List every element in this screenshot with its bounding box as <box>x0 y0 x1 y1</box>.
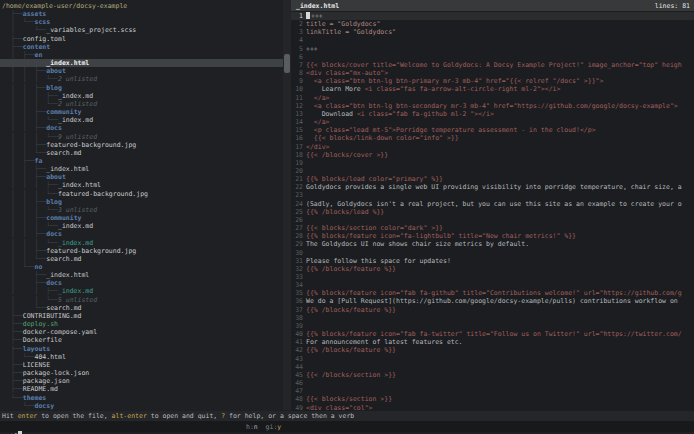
tree-row[interactable]: │ │ │ └──3 unlisted <box>11 206 283 214</box>
tree-row[interactable]: │ └──no <box>11 263 283 271</box>
command-input-value[interactable]: :e <box>10 431 18 434</box>
tree-row[interactable]: │ │ │ └──featured-background.jpg <box>11 190 283 198</box>
line-content <box>303 281 694 289</box>
tree-row[interactable]: │ └──_variables_project.scss <box>11 26 283 34</box>
preview-line: 5+++ <box>291 45 694 53</box>
tree-row[interactable]: │ │ │ └──_index.md <box>11 239 283 247</box>
tree-dir-label: docs <box>46 230 62 238</box>
tree-row[interactable]: │ │ ├──featured-background.jpg <box>11 141 283 149</box>
tree-dir-label: no <box>34 263 42 271</box>
tree-branch-lines: │ │ ├── <box>11 230 46 238</box>
line-content: (Sadly, Goldydocs isn't a real project, … <box>303 200 694 208</box>
tree-branch-lines: │ │ ├── <box>11 287 58 295</box>
tree-row[interactable]: │ │ │ └──2 unlisted <box>11 100 283 108</box>
preview-line: 12 <a class="btn btn-lg btn-secondary mr… <box>291 102 694 110</box>
line-content: {{% blocks/feature icon="fa-lightbulb" t… <box>303 232 694 240</box>
tree-row[interactable]: ├──content <box>11 43 283 51</box>
line-number: 16 <box>291 134 303 142</box>
command-input-bar[interactable]: :e h:n gi:y <box>0 421 694 432</box>
tree-row[interactable]: │ │ │ ├──_index.html <box>11 181 283 189</box>
line-number: 32 <box>291 265 303 273</box>
tree-row[interactable]: ├──layouts <box>11 345 283 353</box>
tree-row[interactable]: │ └──search.md <box>11 304 283 312</box>
tree-file-label: 404.html <box>34 353 65 361</box>
tree-row[interactable]: ├──CONTRIBUTING.md <box>11 312 283 320</box>
text-segment: {{% blocks/feature icon="fab fa-github" … <box>306 289 682 297</box>
tree-file-label: deploy.sh <box>23 320 58 328</box>
tree-file-label: _index.md <box>58 116 93 124</box>
tree-branch-lines: │ │ └── <box>11 255 46 263</box>
line-content: <a class="btn btn-lg btn-primary mr-3 mb… <box>303 77 694 85</box>
text-segment: <p class="lead mt-5">Porridge temperatur… <box>306 126 596 134</box>
preview-line: 29The Goldydocs UI now shows chair size … <box>291 240 694 248</box>
tree-branch-lines: │ │ │ └── <box>11 190 58 198</box>
tree-dir-label: blog <box>46 84 62 92</box>
tree-row[interactable]: │ │ └──5 unlisted <box>11 296 283 304</box>
tree-branch-lines: │ │ ├── <box>11 165 46 173</box>
tree-row[interactable]: ├──package-lock.json <box>11 369 283 377</box>
text-segment: {{< /blocks/section >}} <box>306 371 396 379</box>
text-segment: <a class="btn btn-lg btn-secondary mr-3 … <box>306 102 678 110</box>
line-content: Learn More <i class="fas fa-arrow-alt-ci… <box>303 85 694 93</box>
tree-dir-label: en <box>34 51 42 59</box>
tree-row[interactable]: │ ├──fa <box>11 157 283 165</box>
line-number: 7 <box>291 61 303 69</box>
tree-branch-lines: │ │ │ ├── <box>11 181 58 189</box>
text-segment: Goldydocs provides a single web UI provi… <box>306 183 682 191</box>
tree-row[interactable]: │ │ ├──community <box>11 214 283 222</box>
tree-row[interactable]: │ │ └──search.md <box>11 149 283 157</box>
preview-line: 6 <box>291 53 694 61</box>
tree-row[interactable]: │ │ └──search.md <box>11 255 283 263</box>
line-content: {{% /blocks/lead %}} <box>303 208 694 216</box>
scrollbar-thumb[interactable] <box>284 54 290 73</box>
line-number: 37 <box>291 306 303 314</box>
preview-line: 33 <box>291 273 694 281</box>
tree-row[interactable]: │ │ │ └──2 unlisted <box>11 75 283 83</box>
tree-row[interactable]: │ │ │ ├──_index.md <box>11 92 283 100</box>
tree-row[interactable]: │ ├──en <box>11 51 283 59</box>
tree-row[interactable]: │ └──404.html <box>11 353 283 361</box>
line-number: 19 <box>291 159 303 167</box>
line-content: <a class="btn btn-lg btn-secondary mr-3 … <box>303 102 694 110</box>
tree-branch-lines: │ ├── <box>11 157 34 165</box>
tree-file-label: _variables_project.scss <box>46 26 136 34</box>
line-number: 6 <box>291 53 303 61</box>
tree-row[interactable]: ├──Dockerfile <box>11 336 283 344</box>
preview-line: 28{{% blocks/feature icon="fa-lightbulb"… <box>291 232 694 240</box>
preview-line: 23 <box>291 191 694 199</box>
tree-row[interactable]: └──docsy <box>11 402 283 410</box>
preview-line: 21{{% blocks/lead color="primary" %}} <box>291 175 694 183</box>
tree-row[interactable]: ├──README.md <box>11 385 283 393</box>
tree-row[interactable]: │ │ ├──docs <box>11 124 283 132</box>
tree-file-label: featured-background.jpg <box>58 190 148 198</box>
tree-row[interactable]: │ │ ├──blog <box>11 198 283 206</box>
tree-row[interactable]: │ │ ├──_index.md <box>11 287 283 295</box>
line-content <box>303 363 694 371</box>
line-number: 20 <box>291 167 303 175</box>
tree-row[interactable]: │ │ ├──featured-background.jpg <box>11 247 283 255</box>
panel-divider <box>283 0 291 410</box>
line-number: 17 <box>291 143 303 151</box>
tree-row[interactable]: │ │ │ └──9 unlisted <box>11 133 283 141</box>
tree-branch-lines: ├── <box>11 10 23 18</box>
tree-row[interactable]: │ │ ├──blog <box>11 84 283 92</box>
tree-row[interactable]: ├──assets <box>11 10 283 18</box>
tree-row[interactable]: │ │ ├──community <box>11 108 283 116</box>
tree-branch-lines: │ │ ├── <box>11 108 46 116</box>
tree-row[interactable]: ├──LICENSE <box>11 361 283 369</box>
preview-line: 47 <box>291 387 694 395</box>
line-number: 41 <box>291 338 303 346</box>
line-content: {{< blocks/section color="dark" >}} <box>303 224 694 232</box>
tree-row[interactable]: └──themes <box>11 394 283 402</box>
preview-line: 3linkTitle = "Goldydocs" <box>291 28 694 36</box>
preview-panel[interactable]: _index.html lines: 81 1+++2title = "Gold… <box>291 0 694 412</box>
hint-text: for help, or a space then a verb <box>225 412 354 420</box>
tree-row[interactable]: ├──config.toml <box>11 35 283 43</box>
preview-header: _index.html lines: 81 <box>291 0 694 11</box>
tree-branch-lines: │ │ └── <box>11 296 58 304</box>
tree-row[interactable]: │ │ ├──docs <box>11 230 283 238</box>
line-content <box>303 249 694 257</box>
tree-branch-lines: └── <box>11 402 34 410</box>
tree-branch-lines: ├── <box>11 385 23 393</box>
text-segment: The Goldydocs UI now shows chair size me… <box>306 240 529 248</box>
